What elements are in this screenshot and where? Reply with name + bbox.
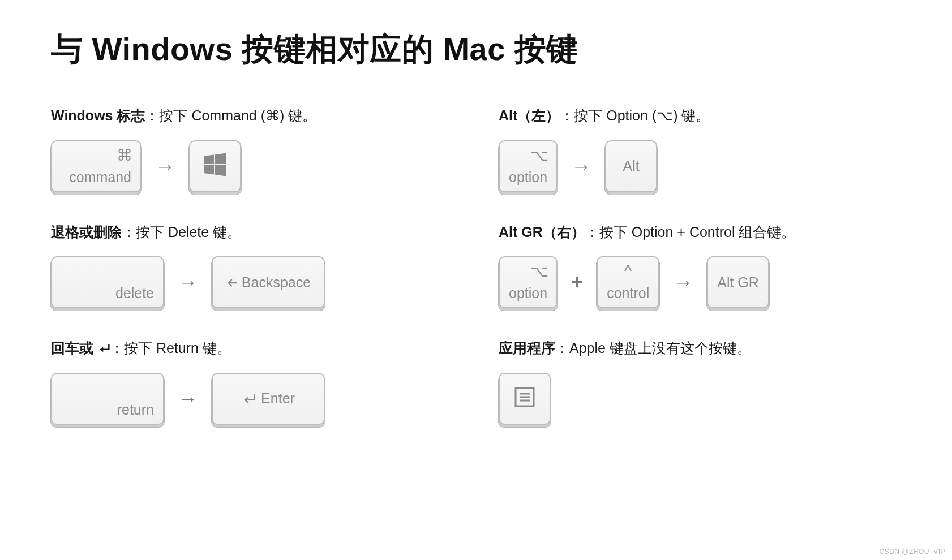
mapping-description: Windows 标志：按下 Command (⌘) 键。 — [51, 105, 453, 127]
key-label: delete — [115, 285, 154, 301]
mapping-desc-text: ：按下 Option (⌥) 键。 — [560, 107, 710, 123]
operator-plus: + — [569, 270, 585, 294]
mapping-description: 退格或删除：按下 Delete 键。 — [51, 222, 453, 243]
key-label: Alt GR — [717, 274, 759, 291]
mapping-desc-text: ：按下 Return 键。 — [110, 340, 231, 356]
arrow-right-icon: → — [175, 270, 200, 294]
key-label: option — [509, 285, 547, 301]
mapping-item: Windows 标志：按下 Command (⌘) 键。⌘command→ — [51, 105, 453, 192]
key-row — [499, 373, 901, 425]
key-windows: Enter — [212, 373, 325, 425]
mapping-label: Alt GR（右） — [499, 224, 585, 240]
enter-inline-icon — [97, 343, 111, 354]
mapping-desc-text: ：按下 Delete 键。 — [122, 224, 241, 240]
key-mac: ⌘command — [51, 140, 141, 192]
page-title: 与 Windows 按键相对应的 Mac 按键 — [51, 28, 901, 71]
enter-inline-icon-wrapper — [97, 339, 110, 351]
key-mac: ⌥option — [499, 140, 558, 192]
key-symbol: ⌥ — [530, 146, 548, 165]
menu-icon-wrapper — [512, 385, 537, 413]
key-row: ⌥option+^control→Alt GR — [499, 256, 901, 308]
mapping-description: 应用程序：Apple 键盘上没有这个按键。 — [499, 338, 901, 359]
key-label: control — [607, 285, 649, 301]
mapping-item: 退格或删除：按下 Delete 键。delete→Backspace — [51, 222, 453, 309]
columns: Windows 标志：按下 Command (⌘) 键。⌘command→退格或… — [51, 105, 901, 454]
menu-icon — [512, 385, 537, 410]
key-single — [499, 373, 551, 425]
svg-marker-0 — [204, 154, 214, 164]
mapping-label: Alt（左） — [499, 107, 560, 123]
key-mac: ⌥option — [499, 256, 558, 308]
mapping-description: Alt（左）：按下 Option (⌥) 键。 — [499, 105, 901, 127]
key-label: command — [69, 169, 131, 186]
key-label: return — [117, 402, 154, 418]
mapping-label: Windows 标志 — [51, 107, 145, 123]
mapping-label: 退格或删除 — [51, 224, 122, 240]
key-label: Enter — [242, 390, 295, 407]
key-symbol: ⌘ — [117, 146, 132, 165]
key-mac: ^control — [597, 256, 659, 308]
mapping-item: 应用程序：Apple 键盘上没有这个按键。 — [499, 338, 901, 425]
key-windows: Alt GR — [707, 256, 769, 308]
windows-logo-icon — [201, 151, 229, 178]
key-row: ⌘command→ — [51, 140, 453, 192]
mapping-label: 回车或 — [51, 340, 97, 356]
svg-marker-1 — [215, 153, 226, 164]
windows-icon-wrapper — [201, 151, 229, 182]
key-label: Backspace — [226, 274, 311, 291]
arrow-right-icon: → — [569, 154, 594, 178]
mapping-item: Alt GR（右）：按下 Option + Control 组合键。⌥optio… — [499, 222, 901, 309]
key-label: option — [509, 169, 547, 186]
key-windows — [189, 140, 241, 192]
key-row: ⌥option→Alt — [499, 140, 901, 192]
mapping-desc-text: ：按下 Command (⌘) 键。 — [145, 107, 316, 123]
mapping-description: 回车或 ：按下 Return 键。 — [51, 338, 453, 359]
arrow-left-icon — [226, 277, 238, 289]
mapping-description: Alt GR（右）：按下 Option + Control 组合键。 — [499, 222, 901, 243]
enter-icon — [242, 393, 256, 405]
arrow-right-icon: → — [153, 154, 178, 178]
column-left: Windows 标志：按下 Command (⌘) 键。⌘command→退格或… — [51, 105, 453, 454]
mapping-item: Alt（左）：按下 Option (⌥) 键。⌥option→Alt — [499, 105, 901, 192]
key-row: delete→Backspace — [51, 256, 453, 308]
svg-marker-2 — [204, 165, 214, 175]
arrow-right-icon: → — [175, 387, 200, 411]
key-windows: Alt — [605, 140, 657, 192]
mapping-desc-text: ：按下 Option + Control 组合键。 — [585, 224, 796, 240]
key-label: Alt — [623, 158, 640, 174]
mapping-item: 回车或 ：按下 Return 键。return→Enter — [51, 338, 453, 425]
key-windows: Backspace — [212, 256, 325, 308]
column-right: Alt（左）：按下 Option (⌥) 键。⌥option→AltAlt GR… — [499, 105, 901, 454]
key-mac: delete — [51, 256, 164, 308]
mapping-label: 应用程序 — [499, 340, 555, 356]
key-row: return→Enter — [51, 373, 453, 425]
key-symbol: ^ — [598, 262, 658, 280]
key-mac: return — [51, 373, 164, 425]
svg-marker-3 — [215, 165, 226, 176]
arrow-right-icon: → — [671, 270, 696, 294]
key-symbol: ⌥ — [530, 262, 548, 281]
mapping-desc-text: ：Apple 键盘上没有这个按键。 — [555, 340, 751, 356]
